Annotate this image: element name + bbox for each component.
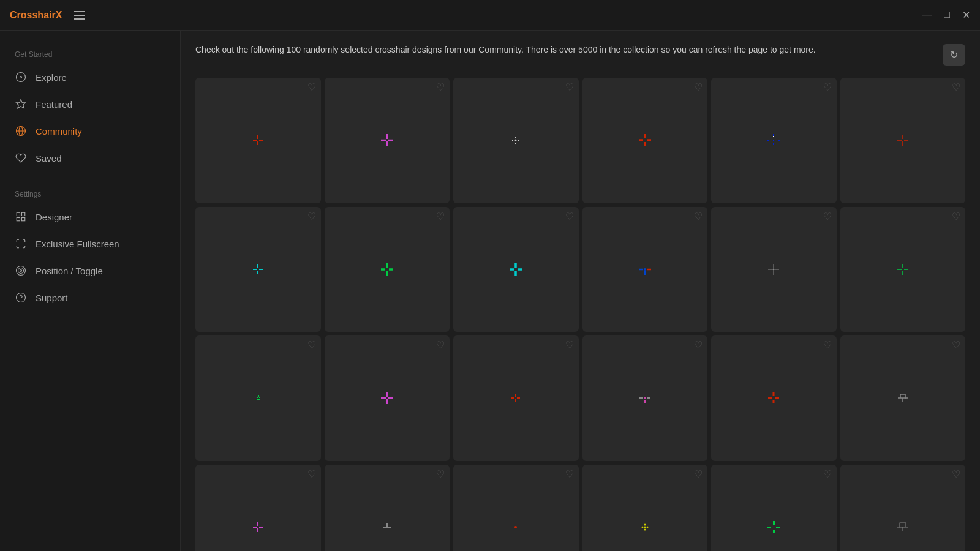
- crosshair-card[interactable]: ♡: [325, 465, 450, 552]
- crosshair-card[interactable]: ♡: [195, 207, 321, 332]
- crosshair-card[interactable]: ♡: [325, 78, 450, 203]
- crosshair-card[interactable]: ♡: [195, 78, 321, 203]
- crosshair-card[interactable]: ♡: [582, 78, 708, 203]
- crosshair-preview: [884, 251, 921, 288]
- crosshair-preview: [497, 122, 534, 159]
- crosshair-card[interactable]: ♡: [195, 465, 321, 552]
- heart-button[interactable]: ♡: [307, 212, 316, 222]
- heart-button[interactable]: ♡: [436, 212, 445, 222]
- star-icon: [15, 98, 27, 110]
- heart-button[interactable]: ♡: [436, 83, 445, 92]
- crosshair-preview: [755, 251, 792, 288]
- sidebar-item-support[interactable]: Support: [0, 285, 180, 310]
- svg-rect-109: [776, 527, 778, 528]
- crosshair-preview: [369, 509, 405, 545]
- sidebar-item-explore[interactable]: Explore: [0, 65, 180, 89]
- crosshair-preview: [884, 509, 921, 545]
- sidebar-item-exclusive-fullscreen[interactable]: Exclusive Fullscreen: [0, 231, 180, 256]
- heart-button[interactable]: ♡: [307, 340, 316, 350]
- crosshair-card[interactable]: ♡: [195, 335, 321, 461]
- crosshair-card[interactable]: ♡: [840, 207, 966, 332]
- crosshair-preview: [884, 380, 921, 416]
- heart-button[interactable]: ♡: [436, 340, 445, 350]
- crosshair-preview: [239, 509, 276, 545]
- support-label: Support: [36, 293, 68, 303]
- heart-button[interactable]: ♡: [565, 212, 574, 222]
- crosshair-card[interactable]: ♡: [582, 335, 708, 461]
- close-button[interactable]: ✕: [962, 9, 970, 21]
- crosshair-card[interactable]: ♡: [453, 207, 579, 332]
- heart-button[interactable]: ♡: [565, 340, 574, 350]
- description-bar: Check out the following 100 randomly sel…: [195, 43, 965, 66]
- sidebar-item-position-toggle[interactable]: Position / Toggle: [0, 258, 180, 283]
- crosshair-card[interactable]: ♡: [711, 465, 837, 552]
- crosshair-card[interactable]: ♡: [840, 78, 966, 203]
- crosshair-card[interactable]: ♡: [711, 78, 837, 203]
- designer-label: Designer: [36, 212, 72, 222]
- crosshair-card[interactable]: ♡: [840, 465, 966, 552]
- sidebar-item-community[interactable]: Community: [0, 119, 180, 143]
- svg-point-102: [644, 528, 646, 530]
- crosshair-card[interactable]: ♡: [453, 335, 579, 461]
- heart-button[interactable]: ♡: [694, 470, 703, 479]
- svg-rect-111: [900, 523, 906, 527]
- svg-rect-108: [769, 527, 771, 528]
- refresh-button[interactable]: ↻: [943, 44, 965, 66]
- get-started-section-label: Get Started: [0, 43, 180, 62]
- minimize-button[interactable]: —: [922, 9, 932, 21]
- crosshair-card[interactable]: ♡: [453, 78, 579, 203]
- crosshair-card[interactable]: ♡: [453, 465, 579, 552]
- crosshair-card[interactable]: ♡: [840, 335, 966, 461]
- heart-button[interactable]: ♡: [694, 212, 703, 222]
- svg-point-101: [644, 523, 646, 525]
- heart-button[interactable]: ♡: [694, 340, 703, 350]
- svg-rect-7: [22, 212, 25, 216]
- globe-icon: [15, 125, 27, 137]
- grid-icon: [15, 211, 27, 223]
- svg-point-12: [20, 270, 22, 272]
- description-text: Check out the following 100 randomly sel…: [195, 43, 935, 56]
- crosshair-preview: [369, 251, 405, 288]
- heart-button[interactable]: ♡: [823, 470, 832, 479]
- content-area: Check out the following 100 randomly sel…: [181, 31, 980, 551]
- sidebar-item-saved[interactable]: Saved: [0, 146, 180, 170]
- crosshair-preview: [497, 251, 534, 288]
- crosshair-card[interactable]: ♡: [711, 207, 837, 332]
- svg-point-11: [18, 268, 24, 274]
- hamburger-menu[interactable]: [74, 11, 85, 20]
- main-layout: Get Started Explore Featured: [0, 31, 980, 551]
- crosshair-preview: [239, 380, 276, 416]
- svg-rect-60: [773, 269, 774, 270]
- heart-button[interactable]: ♡: [565, 83, 574, 92]
- heart-button[interactable]: ♡: [952, 83, 960, 92]
- maximize-button[interactable]: □: [944, 9, 950, 21]
- heart-button[interactable]: ♡: [436, 470, 445, 479]
- svg-point-13: [17, 293, 26, 302]
- heart-button[interactable]: ♡: [565, 470, 574, 479]
- crosshair-preview: [755, 509, 792, 545]
- svg-rect-87: [900, 394, 905, 398]
- crosshair-card[interactable]: ♡: [325, 335, 450, 461]
- heart-button[interactable]: ♡: [823, 212, 832, 222]
- sidebar-item-designer[interactable]: Designer: [0, 204, 180, 229]
- heart-button[interactable]: ♡: [694, 83, 703, 92]
- crosshair-card[interactable]: ♡: [711, 335, 837, 461]
- crosshair-card[interactable]: ♡: [582, 207, 708, 332]
- sidebar-item-featured[interactable]: Featured: [0, 92, 180, 116]
- heart-button[interactable]: ♡: [307, 470, 316, 479]
- heart-button[interactable]: ♡: [952, 470, 960, 479]
- svg-point-99: [641, 526, 643, 528]
- crosshair-card[interactable]: ♡: [325, 207, 450, 332]
- crosshair-preview: [755, 380, 792, 416]
- heart-button[interactable]: ♡: [823, 83, 832, 92]
- svg-rect-36: [778, 140, 780, 141]
- app-title-text: Crosshair: [10, 10, 56, 20]
- heart-button[interactable]: ♡: [307, 83, 316, 92]
- crosshair-card[interactable]: ♡: [582, 465, 708, 552]
- heart-icon: [15, 152, 27, 164]
- heart-button[interactable]: ♡: [823, 340, 832, 350]
- svg-rect-34: [773, 143, 774, 145]
- heart-button[interactable]: ♡: [952, 212, 960, 222]
- heart-button[interactable]: ♡: [952, 340, 960, 350]
- svg-point-23: [515, 140, 517, 141]
